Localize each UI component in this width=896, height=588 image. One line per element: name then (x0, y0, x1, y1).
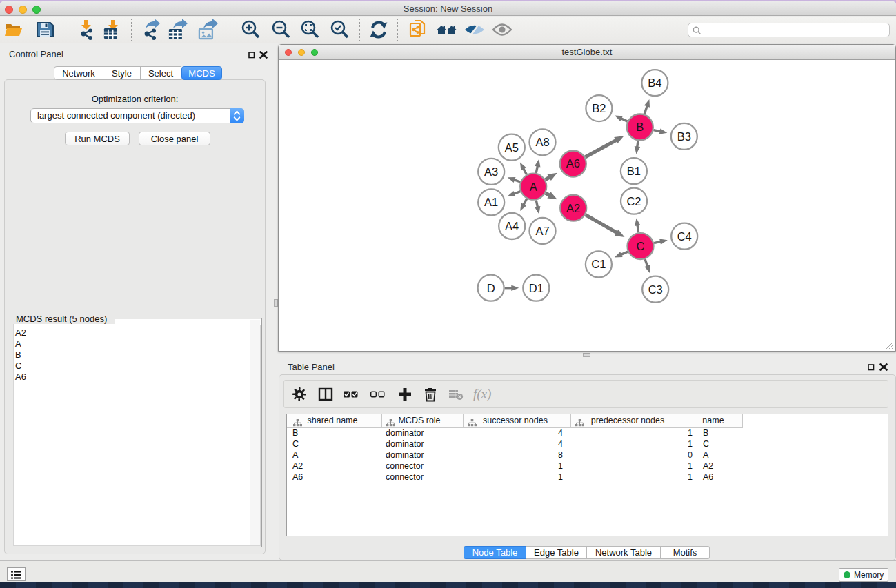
svg-text:D1: D1 (529, 282, 544, 294)
svg-text:A7: A7 (535, 225, 549, 237)
svg-text:A4: A4 (505, 220, 519, 232)
svg-text:C1: C1 (591, 258, 606, 270)
svg-text:A1: A1 (484, 196, 498, 208)
svg-text:A5: A5 (505, 141, 519, 154)
svg-text:C: C (637, 240, 645, 252)
svg-text:B: B (636, 121, 644, 133)
svg-text:D: D (487, 282, 495, 294)
svg-text:A3: A3 (484, 165, 498, 178)
svg-text:A8: A8 (535, 136, 549, 148)
svg-text:A6: A6 (566, 157, 580, 170)
svg-text:A: A (530, 181, 537, 193)
svg-text:C4: C4 (677, 230, 692, 243)
svg-text:B1: B1 (627, 165, 641, 177)
svg-text:A2: A2 (566, 202, 580, 214)
svg-text:B3: B3 (677, 130, 691, 143)
svg-text:B2: B2 (592, 102, 606, 114)
svg-text:C3: C3 (648, 283, 663, 296)
svg-text:B4: B4 (648, 77, 661, 89)
svg-text:C2: C2 (626, 195, 641, 207)
